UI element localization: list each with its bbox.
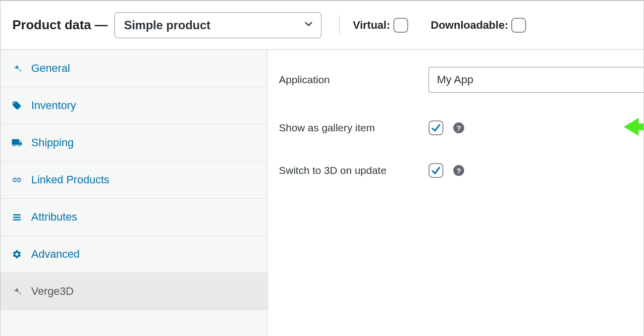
tab-attributes[interactable]: Attributes	[0, 199, 268, 236]
tab-general[interactable]: General	[0, 50, 268, 87]
tabs-sidebar: General Inventory Shipping Linked Produc…	[0, 50, 268, 336]
tab-inventory[interactable]: Inventory	[0, 87, 268, 124]
tab-linked-products[interactable]: Linked Products	[0, 162, 268, 199]
show-gallery-control: ?	[429, 120, 644, 135]
product-type-select-wrapper: Simple product	[114, 12, 322, 38]
switch-3d-label: Switch to 3D on update	[279, 165, 429, 176]
switch-3d-row: Switch to 3D on update ?	[279, 163, 644, 178]
tab-label: Shipping	[31, 136, 74, 149]
panel-title: Product data —	[12, 17, 107, 33]
tab-label: Verge3D	[31, 285, 74, 298]
application-label: Application	[279, 74, 429, 86]
virtual-label: Virtual:	[353, 18, 408, 33]
help-icon[interactable]: ?	[453, 122, 464, 133]
truck-icon	[11, 137, 22, 148]
tab-label: General	[31, 62, 70, 75]
product-data-panel: Product data — Simple product Virtual: D…	[0, 0, 644, 336]
help-icon[interactable]: ?	[453, 165, 464, 176]
downloadable-label-text: Downloadable:	[431, 19, 508, 32]
downloadable-checkbox[interactable]	[511, 18, 526, 33]
tab-advanced[interactable]: Advanced	[0, 236, 268, 273]
panel-body: General Inventory Shipping Linked Produc…	[0, 50, 644, 336]
tab-label: Advanced	[31, 248, 80, 261]
tag-icon	[11, 100, 22, 111]
show-gallery-checkbox[interactable]	[429, 120, 443, 135]
show-gallery-label: Show as gallery item	[279, 122, 429, 134]
tab-label: Linked Products	[31, 173, 109, 186]
annotation-arrow-icon	[624, 117, 644, 139]
tab-shipping[interactable]: Shipping	[0, 124, 268, 162]
tab-content: Application Show as gallery item ?	[268, 50, 644, 336]
virtual-label-text: Virtual:	[353, 19, 390, 32]
list-icon	[11, 212, 22, 223]
virtual-checkbox[interactable]	[393, 18, 408, 33]
panel-header: Product data — Simple product Virtual: D…	[0, 1, 644, 50]
link-icon	[11, 174, 22, 185]
wrench-icon	[11, 286, 22, 297]
switch-3d-checkbox[interactable]	[429, 163, 443, 178]
application-row: Application	[279, 67, 644, 93]
product-type-select[interactable]: Simple product	[114, 12, 322, 38]
show-gallery-row: Show as gallery item ?	[279, 120, 644, 135]
tab-label: Attributes	[31, 211, 77, 224]
application-input[interactable]	[429, 67, 644, 93]
tab-label: Inventory	[31, 99, 76, 112]
switch-3d-control: ?	[429, 163, 644, 178]
tab-verge3d[interactable]: Verge3D	[0, 273, 268, 310]
application-control	[429, 67, 644, 93]
gear-icon	[11, 249, 22, 260]
downloadable-label: Downloadable:	[431, 18, 526, 33]
divider	[339, 15, 340, 35]
wrench-icon	[11, 63, 22, 74]
